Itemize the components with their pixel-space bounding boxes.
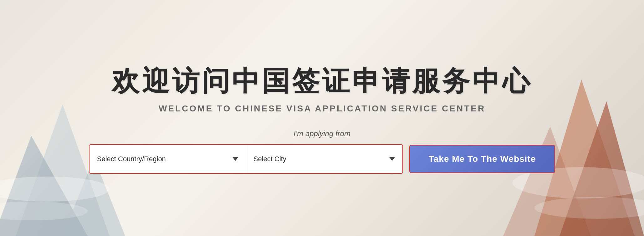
main-content: 欢迎访问中国签证申请服务中心 WELCOME TO CHINESE VISA A… [0,63,644,174]
english-subtitle: WELCOME TO CHINESE VISA APPLICATION SERV… [159,104,485,114]
country-select-wrapper[interactable]: Select Country/Region [89,145,246,173]
applying-from-label: I'm applying from [294,129,350,138]
chinese-title: 欢迎访问中国签证申请服务中心 [112,63,532,100]
selects-container: Select Country/Region Select City [89,144,403,174]
take-me-to-website-button[interactable]: Take Me To The Website [410,146,555,172]
city-select-wrapper[interactable]: Select City [246,145,402,173]
form-row: Select Country/Region Select City Take M… [32,144,612,174]
country-select[interactable]: Select Country/Region [97,155,238,163]
city-select[interactable]: Select City [253,155,395,163]
submit-button-container: Take Me To The Website [409,145,555,173]
page-background: 欢迎访问中国签证申请服务中心 WELCOME TO CHINESE VISA A… [0,0,644,236]
